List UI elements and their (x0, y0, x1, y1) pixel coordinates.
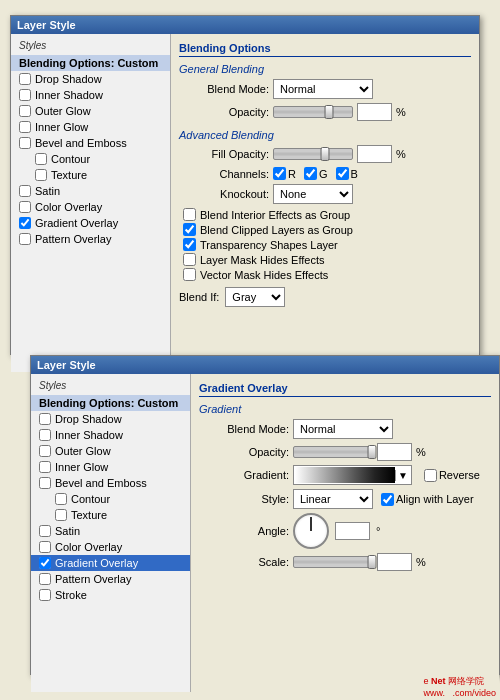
sidebar-item-inner-glow[interactable]: Inner Glow (11, 119, 170, 135)
scale-input[interactable]: 100 (377, 553, 412, 571)
sidebar-2-pattern-overlay[interactable]: Pattern Overlay (31, 571, 190, 587)
opacity-input[interactable]: 70 (357, 103, 392, 121)
inner-glow-checkbox[interactable] (19, 121, 31, 133)
grad-blend-mode-select[interactable]: Normal (293, 419, 393, 439)
s2-stroke-checkbox[interactable] (39, 589, 51, 601)
opacity-slider[interactable] (273, 106, 353, 118)
inner-shadow-label: Inner Shadow (35, 89, 103, 101)
grad-blend-mode-label: Blend Mode: (199, 423, 289, 435)
blend-interior-checkbox[interactable] (183, 208, 196, 221)
blend-clipped-row: Blend Clipped Layers as Group (179, 223, 471, 236)
texture-checkbox[interactable] (35, 169, 47, 181)
scale-thumb[interactable] (368, 555, 377, 569)
s2-bevel-emboss-checkbox[interactable] (39, 477, 51, 489)
sidebar-2-inner-shadow[interactable]: Inner Shadow (31, 427, 190, 443)
gradient-overlay-label: Gradient Overlay (35, 217, 118, 229)
grad-opacity-track (294, 451, 372, 454)
gradient-swatch[interactable] (295, 467, 395, 483)
sidebar-item-contour[interactable]: Contour (11, 151, 170, 167)
fill-opacity-slider[interactable] (273, 148, 353, 160)
layer-style-window-2[interactable]: Layer Style Styles Blending Options: Cus… (30, 355, 500, 675)
blend-if-select[interactable]: Gray (225, 287, 285, 307)
scale-slider[interactable] (293, 556, 373, 568)
fill-opacity-input[interactable]: 66 (357, 145, 392, 163)
sidebar-item-blending-options[interactable]: Blending Options: Custom (11, 55, 170, 71)
gradient-swatch-container[interactable]: ▼ (293, 465, 412, 485)
gradient-overlay-checkbox[interactable] (19, 217, 31, 229)
sidebar-item-inner-shadow[interactable]: Inner Shadow (11, 87, 170, 103)
opacity-thumb[interactable] (324, 105, 333, 119)
sidebar-item-texture[interactable]: Texture (11, 167, 170, 183)
sidebar-2-blending-options[interactable]: Blending Options: Custom (31, 395, 190, 411)
sidebar-item-color-overlay[interactable]: Color Overlay (11, 199, 170, 215)
angle-container: 90 ° (293, 513, 380, 549)
sidebar-2-satin[interactable]: Satin (31, 523, 190, 539)
align-layer-checkbox[interactable] (381, 493, 394, 506)
sidebar-2-color-overlay[interactable]: Color Overlay (31, 539, 190, 555)
s2-outer-glow-checkbox[interactable] (39, 445, 51, 457)
grad-opacity-slider[interactable] (293, 446, 373, 458)
grad-style-label: Style: (199, 493, 289, 505)
blend-clipped-checkbox[interactable] (183, 223, 196, 236)
grad-opacity-input[interactable]: 100 (377, 443, 412, 461)
s2-drop-shadow-checkbox[interactable] (39, 413, 51, 425)
s2-satin-checkbox[interactable] (39, 525, 51, 537)
sidebar-item-bevel-emboss[interactable]: Bevel and Emboss (11, 135, 170, 151)
s2-texture-checkbox[interactable] (55, 509, 67, 521)
color-overlay-checkbox[interactable] (19, 201, 31, 213)
blend-mode-row: Blend Mode: Normal (179, 79, 471, 99)
sidebar-2-bevel-emboss[interactable]: Bevel and Emboss (31, 475, 190, 491)
knockout-row: Knockout: None (179, 184, 471, 204)
s2-inner-shadow-checkbox[interactable] (39, 429, 51, 441)
sidebar-1: Styles Blending Options: Custom Drop Sha… (11, 34, 171, 372)
knockout-select[interactable]: None (273, 184, 353, 204)
channel-r-checkbox[interactable] (273, 167, 286, 180)
s2-contour-checkbox[interactable] (55, 493, 67, 505)
sidebar-2-gradient-overlay[interactable]: Gradient Overlay (31, 555, 190, 571)
gradient-swatch-arrow[interactable]: ▼ (395, 470, 410, 481)
sidebar-2-stroke[interactable]: Stroke (31, 587, 190, 603)
sidebar-2-drop-shadow[interactable]: Drop Shadow (31, 411, 190, 427)
channel-g-checkbox[interactable] (304, 167, 317, 180)
sidebar-2-inner-glow[interactable]: Inner Glow (31, 459, 190, 475)
angle-dial[interactable] (293, 513, 329, 549)
sidebar-item-pattern-overlay[interactable]: Pattern Overlay (11, 231, 170, 247)
knockout-label: Knockout: (179, 188, 269, 200)
window-title-2: Layer Style (31, 356, 499, 374)
drop-shadow-checkbox[interactable] (19, 73, 31, 85)
transparency-shapes-row: Transparency Shapes Layer (179, 238, 471, 251)
grad-angle-row: Angle: 90 ° (199, 513, 491, 549)
grad-scale-row: Scale: 100 % (199, 553, 491, 571)
reverse-checkbox[interactable] (424, 469, 437, 482)
satin-checkbox[interactable] (19, 185, 31, 197)
sidebar-item-satin[interactable]: Satin (11, 183, 170, 199)
s2-inner-glow-checkbox[interactable] (39, 461, 51, 473)
opacity-row: Opacity: 70 % (179, 103, 471, 121)
sidebar-item-gradient-overlay[interactable]: Gradient Overlay (11, 215, 170, 231)
s2-color-overlay-checkbox[interactable] (39, 541, 51, 553)
channel-r-item: R (273, 167, 296, 180)
grad-opacity-thumb[interactable] (368, 445, 377, 459)
bevel-emboss-checkbox[interactable] (19, 137, 31, 149)
s2-pattern-overlay-checkbox[interactable] (39, 573, 51, 585)
contour-checkbox[interactable] (35, 153, 47, 165)
pattern-overlay-checkbox[interactable] (19, 233, 31, 245)
grad-style-select[interactable]: Linear Radial Angle Reflected Diamond (293, 489, 373, 509)
channel-b-checkbox[interactable] (336, 167, 349, 180)
layer-mask-hides-checkbox[interactable] (183, 253, 196, 266)
inner-shadow-checkbox[interactable] (19, 89, 31, 101)
inner-glow-label: Inner Glow (35, 121, 88, 133)
sidebar-2-texture[interactable]: Texture (31, 507, 190, 523)
blend-mode-select[interactable]: Normal (273, 79, 373, 99)
layer-style-window-1[interactable]: Layer Style Styles Blending Options: Cus… (10, 15, 480, 355)
sidebar-item-drop-shadow[interactable]: Drop Shadow (11, 71, 170, 87)
sidebar-2-contour[interactable]: Contour (31, 491, 190, 507)
sidebar-2-outer-glow[interactable]: Outer Glow (31, 443, 190, 459)
sidebar-item-outer-glow[interactable]: Outer Glow (11, 103, 170, 119)
s2-gradient-overlay-checkbox[interactable] (39, 557, 51, 569)
outer-glow-checkbox[interactable] (19, 105, 31, 117)
angle-input[interactable]: 90 (335, 522, 370, 540)
fill-opacity-thumb[interactable] (321, 147, 330, 161)
transparency-shapes-checkbox[interactable] (183, 238, 196, 251)
vector-mask-hides-checkbox[interactable] (183, 268, 196, 281)
